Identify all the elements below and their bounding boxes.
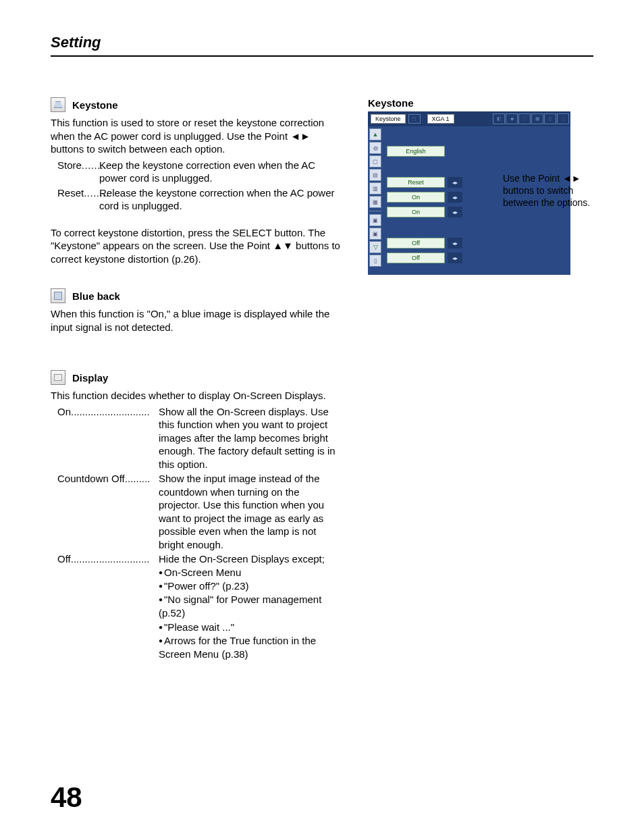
side-rear-icon: ▣	[369, 228, 381, 240]
display-icon	[51, 370, 65, 385]
row-blueback: On	[387, 192, 445, 203]
menu-topbar: Keystone ▢ XGA 1 ◧ ◆ ⬚ ▦ ▯ ◌	[368, 111, 570, 126]
side-up-icon: ▲	[369, 128, 381, 140]
off-item-1: "Power off?" (p.23)	[159, 579, 341, 593]
keystone-title: Keystone	[72, 99, 118, 111]
store-def: Keep the keystone correction even when t…	[99, 159, 341, 185]
arrows-icon: ◂▸	[448, 192, 462, 203]
side-keystone-icon: ▢	[369, 155, 381, 167]
page-header: Setting	[51, 34, 593, 57]
topbar-icon-3: ⬚	[518, 113, 531, 124]
blueback-body: When this function is "On," a blue image…	[51, 307, 341, 334]
topbar-icon-1: ◧	[493, 113, 505, 124]
blueback-icon	[51, 288, 65, 303]
row-logo: Off	[387, 238, 445, 249]
side-language-icon: ◍	[369, 142, 381, 154]
off-lead: Hide the On-Screen Displays except;	[159, 552, 341, 566]
row-ceiling: Off	[387, 253, 445, 263]
side-display-icon: ▥	[369, 182, 381, 194]
side-down-icon: ▽	[369, 241, 381, 253]
blueback-title: Blue back	[72, 290, 120, 302]
topbar-icon-6: ◌	[557, 113, 569, 124]
topbar-icon-4: ▦	[531, 113, 543, 124]
row-display: On	[387, 207, 445, 217]
keystone-heading-row: Keystone	[51, 97, 341, 112]
left-column: Keystone This function is used to store …	[51, 97, 341, 662]
page-number: 48	[51, 781, 82, 814]
store-term: Store	[57, 159, 99, 185]
on-term: On	[57, 405, 159, 471]
display-title: Display	[72, 372, 108, 384]
off-item-0: On-Screen Menu	[159, 566, 341, 579]
topbar-icon-strip: ◧ ◆ ⬚ ▦ ▯ ◌	[493, 113, 570, 124]
off-item-2: "No signal" for Power management (p.52)	[159, 593, 341, 621]
countdown-def: Show the input image instead of the coun…	[159, 472, 341, 551]
off-def: Hide the On-Screen Displays except; On-S…	[159, 552, 341, 661]
reset-def: Release the keystone correction when the…	[99, 186, 341, 213]
side-ceiling-icon: ▣	[369, 214, 381, 226]
content-columns: Keystone This function is used to store …	[51, 97, 593, 662]
topbar-keystone-icon: ▢	[408, 114, 421, 124]
topbar-icon-5: ▯	[544, 113, 556, 124]
keystone-intro2: To correct keystone distortion, press th…	[51, 226, 341, 266]
keystone-options: Store Keep the keystone correction even …	[51, 159, 341, 213]
blueback-heading-row: Blue back	[51, 288, 341, 303]
off-bullets: On-Screen Menu "Power off?" (p.23) "No s…	[159, 566, 341, 662]
arrows-icon: ◂▸	[448, 253, 462, 263]
on-def: Show all the On-Screen displays. Use thi…	[159, 405, 341, 471]
right-column: Keystone Keystone ▢ XGA 1 ◧ ◆ ⬚ ▦ ▯ ◌ ▲ …	[368, 97, 593, 662]
topbar-icon-2: ◆	[506, 113, 518, 124]
side-quit-icon: ▯	[369, 255, 381, 267]
keystone-icon	[51, 97, 65, 112]
display-heading-row: Display	[51, 370, 341, 385]
screenshot-caption: Use the Point ◄► buttons to switch betwe…	[503, 172, 611, 209]
display-options: On Show all the On-Screen displays. Use …	[51, 405, 341, 662]
side-blueback-icon: ▤	[369, 169, 381, 181]
reset-term: Reset	[57, 186, 99, 213]
menu-sidebar: ▲ ◍ ▢ ▤ ▥ ▦ ▣ ▣ ▽ ▯	[368, 126, 383, 275]
off-item-4: Arrows for the True function in the Scre…	[159, 634, 341, 662]
display-intro: This function decides whether to display…	[51, 389, 341, 402]
side-logo-icon: ▦	[369, 196, 381, 208]
menu-screenshot: Keystone ▢ XGA 1 ◧ ◆ ⬚ ▦ ▯ ◌ ▲ ◍ ▢ ▤	[368, 111, 570, 275]
arrows-icon: ◂▸	[448, 177, 462, 188]
menu-mode-box: XGA 1	[427, 114, 454, 124]
arrows-icon: ◂▸	[448, 238, 462, 249]
keystone-intro: This function is used to store or reset …	[51, 116, 341, 156]
off-term: Off	[57, 552, 159, 661]
countdown-term: Countdown Off.........	[57, 472, 159, 551]
row-language: English	[387, 146, 445, 157]
arrows-icon: ◂▸	[448, 207, 462, 217]
row-keystone: Reset	[387, 177, 445, 188]
menu-title-box: Keystone	[371, 114, 406, 124]
off-item-3: "Please wait ..."	[159, 621, 341, 634]
right-title: Keystone	[368, 97, 593, 109]
